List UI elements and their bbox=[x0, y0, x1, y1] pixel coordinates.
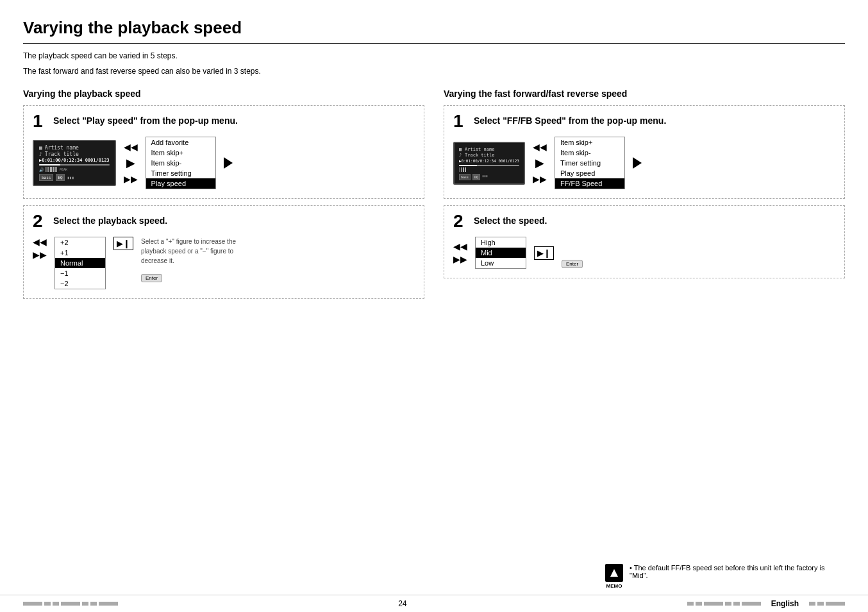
eq-btn: EQ bbox=[56, 174, 64, 181]
right-step1-header: 1 Select "FF/FB Speed" from the pop-up m… bbox=[453, 112, 835, 130]
language-label: English bbox=[771, 599, 799, 608]
peak-label: PEAK bbox=[60, 167, 67, 171]
bottom-lines-right bbox=[687, 602, 761, 606]
r-enter-button[interactable]: Enter bbox=[562, 260, 583, 268]
ff-speed-high: High bbox=[476, 237, 526, 248]
memo-svg-icon bbox=[609, 568, 619, 578]
right-step1-menu: Item skip+ Item skip- Timer setting Play… bbox=[555, 137, 625, 189]
left-section-title: Varying the playback speed bbox=[23, 89, 424, 99]
menu-item-add-fav: Add favorite bbox=[146, 137, 215, 148]
speed-plus1: +1 bbox=[55, 248, 105, 258]
r-track-title: Track title bbox=[465, 153, 494, 158]
play-controls: ▶❙ bbox=[113, 237, 133, 250]
left-step1-container: 1 Select "Play speed" from the pop-up me… bbox=[23, 105, 424, 199]
memo-label: MEMO bbox=[606, 583, 622, 589]
r-menu-play-speed: Play speed bbox=[555, 168, 624, 178]
left-step2-content: ◀◀ ▶▶ +2 +1 Normal −1 −2 ▶❙ bbox=[33, 237, 415, 289]
rline5 bbox=[733, 602, 740, 606]
r-menu-timer: Timer setting bbox=[555, 158, 624, 168]
battery-icon: ▮▮▮ bbox=[67, 175, 74, 180]
r-artist-name: Artist name bbox=[465, 147, 494, 152]
right-step2-header: 2 Select the speed. bbox=[453, 212, 835, 230]
menu-item-skip-minus: Item skip- bbox=[146, 158, 215, 168]
svg-marker-0 bbox=[610, 569, 618, 577]
time-text: ▶0:01:00/0:12:34 0001/0123 bbox=[39, 158, 110, 163]
skip-prev-icon: ◀◀ bbox=[124, 142, 138, 152]
right-step2-container: 2 Select the speed. ◀◀ ▶▶ High Mid Low bbox=[444, 205, 845, 278]
hint-block: Select a "+" figure to increase the play… bbox=[141, 237, 256, 282]
rline2 bbox=[696, 602, 702, 606]
ff-speed-selector: High Mid Low bbox=[475, 237, 526, 269]
speed-minus2: −2 bbox=[55, 278, 105, 289]
menu-item-skip-plus: Item skip+ bbox=[146, 148, 215, 158]
bottom-lines-right2 bbox=[809, 602, 845, 606]
r-skip-prev-icon-2: ◀◀ bbox=[453, 241, 467, 251]
nav-controls-left1: ◀◀ ▶ ▶▶ bbox=[124, 142, 138, 184]
artist-name-text: Artist name bbox=[45, 145, 79, 151]
right-step2-nav: ◀◀ ▶▶ bbox=[453, 241, 467, 264]
intro-line-1: The playback speed can be varied in 5 st… bbox=[23, 50, 845, 62]
left-step1-header: 1 Select "Play speed" from the pop-up me… bbox=[33, 112, 415, 130]
left-step2-label: Select the playback speed. bbox=[53, 212, 167, 226]
line6 bbox=[90, 602, 97, 606]
left-step1-content: ▩ Artist name ♪ Track title ▶0:01:00/0:1… bbox=[33, 137, 415, 189]
play-pause-icon: ▶❙ bbox=[113, 237, 133, 250]
r-eq-btn: EQ bbox=[472, 174, 480, 180]
r-menu-skip-minus: Item skip- bbox=[555, 148, 624, 158]
main-title: Varying the playback speed bbox=[23, 18, 845, 44]
right-arrow-icon bbox=[224, 157, 233, 169]
r-menu-skip-plus: Item skip+ bbox=[555, 137, 624, 148]
right-step1-label: Select "FF/FB Speed" from the pop-up men… bbox=[474, 112, 666, 126]
r-enter-block: Enter bbox=[562, 258, 583, 268]
enter-button[interactable]: Enter bbox=[141, 274, 162, 282]
speed-normal: Normal bbox=[55, 258, 105, 268]
rline3 bbox=[704, 602, 723, 606]
ff-speed-low: Low bbox=[476, 258, 526, 268]
enter-icon: ▶ bbox=[126, 156, 135, 170]
right-column: Varying the fast forward/fast reverse sp… bbox=[444, 89, 845, 305]
line7 bbox=[99, 602, 118, 606]
skip-next-icon: ▶▶ bbox=[124, 174, 138, 184]
memo-icon-block: MEMO bbox=[605, 564, 623, 589]
page-number: 24 bbox=[118, 599, 687, 608]
hint-text: Select a "+" figure to increase the play… bbox=[141, 237, 256, 266]
r-note-icon: ♪ bbox=[459, 153, 462, 158]
ff-speed-mid: Mid bbox=[476, 248, 526, 258]
r-battery: ▮▮▮ bbox=[482, 174, 488, 180]
line2 bbox=[44, 602, 51, 606]
bottom-lines-left bbox=[23, 602, 118, 606]
r-skip-next-icon-2: ▶▶ bbox=[453, 254, 467, 264]
r-artist-icon: ▩ bbox=[459, 147, 462, 152]
right-section-title: Varying the fast forward/fast reverse sp… bbox=[444, 89, 845, 99]
speed-selector: +2 +1 Normal −1 −2 bbox=[54, 237, 106, 289]
intro-line-2: The fast forward and fast reverse speed … bbox=[23, 65, 845, 77]
menu-item-timer: Timer setting bbox=[146, 168, 215, 178]
left-step1-number: 1 bbox=[33, 112, 47, 130]
right-step2-content: ◀◀ ▶▶ High Mid Low ▶❙ Ente bbox=[453, 237, 835, 269]
left-step1-device: ▩ Artist name ♪ Track title ▶0:01:00/0:1… bbox=[33, 140, 116, 186]
line1 bbox=[23, 602, 42, 606]
r-play-controls: ▶❙ bbox=[534, 246, 554, 260]
memo-icon-shape bbox=[605, 564, 623, 582]
right-step1-number: 1 bbox=[453, 112, 467, 130]
right-step1-content: ▩ Artist name ♪ Track title ▶0:01:00/0:1… bbox=[453, 137, 835, 189]
speed-minus1: −1 bbox=[55, 268, 105, 278]
left-step2-nav: ◀◀ ▶▶ bbox=[33, 237, 47, 260]
r-enter-icon: ▶ bbox=[535, 156, 544, 170]
line5 bbox=[82, 602, 88, 606]
r-menu-ff-speed: FF/FB Speed bbox=[555, 178, 624, 189]
r-right-arrow-icon bbox=[633, 157, 642, 169]
line4 bbox=[61, 602, 80, 606]
track-title-text: Track title bbox=[45, 151, 79, 157]
r-skip-next-icon: ▶▶ bbox=[533, 174, 547, 184]
footer-right: English bbox=[687, 599, 845, 608]
artist-icon: ▩ bbox=[39, 145, 42, 151]
r-bass-btn: bass bbox=[459, 174, 471, 180]
line3 bbox=[53, 602, 59, 606]
rr3 bbox=[826, 602, 845, 606]
memo-text: • The default FF/FB speed set before thi… bbox=[630, 564, 836, 579]
left-column: Varying the playback speed 1 Select "Pla… bbox=[23, 89, 424, 305]
two-col-layout: Varying the playback speed 1 Select "Pla… bbox=[23, 89, 845, 305]
skip-next-icon-2: ▶▶ bbox=[33, 250, 47, 260]
rr2 bbox=[817, 602, 824, 606]
